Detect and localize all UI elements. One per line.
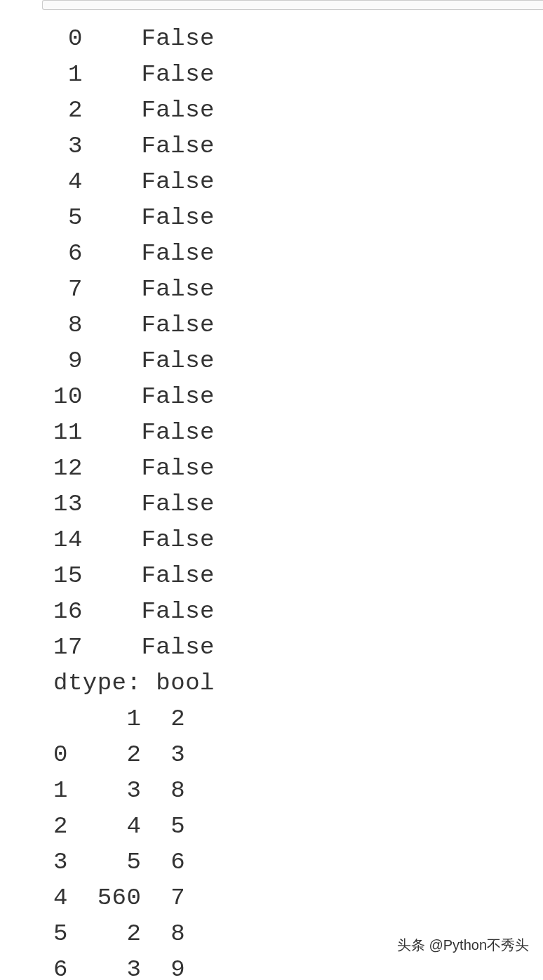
output-line: 0 False — [53, 21, 215, 57]
output-line: 11 False — [53, 415, 215, 451]
output-line: 10 False — [53, 379, 215, 415]
input-cell-border — [42, 0, 543, 10]
output-line: 5 2 8 — [53, 916, 215, 952]
output-line: 12 False — [53, 451, 215, 486]
output-line: 2 4 5 — [53, 809, 215, 845]
output-line: 1 False — [53, 57, 215, 93]
output-line: dtype: bool — [53, 666, 215, 701]
output-line: 4 False — [53, 164, 215, 200]
output-line: 1 3 8 — [53, 773, 215, 809]
output-line: 17 False — [53, 630, 215, 666]
code-output: 0 False 1 False 2 False 3 False 4 False … — [53, 21, 215, 980]
output-line: 6 False — [53, 236, 215, 272]
output-line: 6 3 9 — [53, 952, 215, 980]
output-line: 3 5 6 — [53, 845, 215, 880]
output-line: 7 False — [53, 272, 215, 307]
watermark-text: 头条 @Python不秀头 — [397, 936, 529, 955]
output-line: 8 False — [53, 307, 215, 343]
output-line: 13 False — [53, 486, 215, 522]
output-line: 1 2 — [53, 701, 215, 737]
output-line: 0 2 3 — [53, 737, 215, 773]
output-line: 9 False — [53, 343, 215, 379]
output-line: 5 False — [53, 200, 215, 236]
output-line: 2 False — [53, 93, 215, 128]
output-line: 15 False — [53, 558, 215, 594]
output-line: 14 False — [53, 522, 215, 558]
output-line: 16 False — [53, 594, 215, 630]
output-line: 3 False — [53, 128, 215, 164]
output-line: 4 560 7 — [53, 880, 215, 916]
